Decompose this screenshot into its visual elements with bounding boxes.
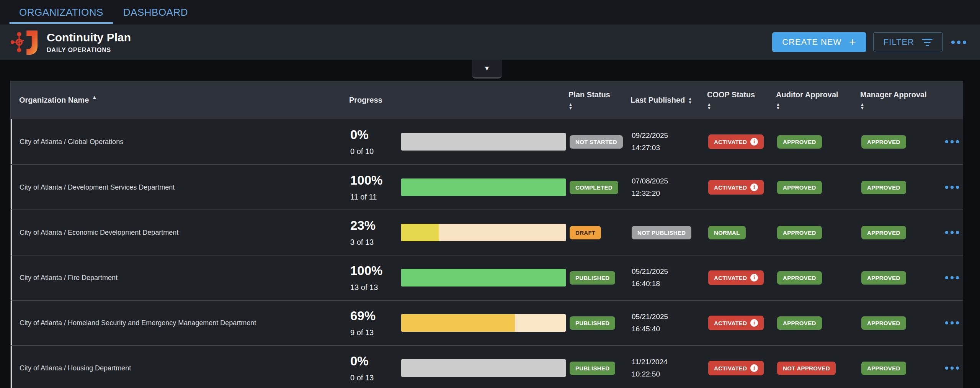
manager-approval-badge: APPROVED xyxy=(861,135,906,149)
row-actions-cell xyxy=(944,119,965,164)
progress-bar xyxy=(401,178,566,196)
manager-approval-cell: APPROVED xyxy=(861,346,944,388)
published-time: 14:27:03 xyxy=(632,144,660,152)
coop-status-cell: NORMAL xyxy=(708,210,777,255)
progress-text: 0% 0 of 13 xyxy=(350,346,401,388)
row-actions-button[interactable] xyxy=(944,228,960,237)
last-published-datetime: 05/21/2025 16:45:40 xyxy=(632,313,668,333)
filter-button[interactable]: FILTER xyxy=(873,32,943,52)
column-header-plan-status[interactable]: Plan Status ▲▼ xyxy=(568,81,630,119)
tab-dashboard[interactable]: DASHBOARD xyxy=(113,0,198,25)
auditor-approval-badge: APPROVED xyxy=(777,271,822,285)
manager-approval-cell: APPROVED xyxy=(861,301,944,345)
ellipsis-icon xyxy=(951,41,955,44)
header-more-button[interactable] xyxy=(950,38,968,47)
row-actions-button[interactable] xyxy=(944,183,960,192)
progress-bar-cell xyxy=(401,255,570,300)
organization-name: City of Atlanta / Homeland Security and … xyxy=(12,301,350,345)
tab-organizations[interactable]: ORGANIZATIONS xyxy=(9,0,113,25)
table-row[interactable]: City of Atlanta / Economic Development D… xyxy=(11,210,963,255)
column-header-coop-status[interactable]: COOP Status ▲▼ xyxy=(707,81,776,119)
last-published-cell: 11/21/2024 10:22:50 xyxy=(632,346,708,388)
table-row[interactable]: City of Atlanta / Fire Department 100% 1… xyxy=(11,255,963,300)
row-actions-button[interactable] xyxy=(944,363,960,373)
organizations-table: Organization Name ▲ Progress Plan Status… xyxy=(10,81,963,388)
auditor-approval-badge: APPROVED xyxy=(777,316,822,330)
row-actions-cell xyxy=(944,346,965,388)
header-actions: CREATE NEW + FILTER xyxy=(772,32,970,52)
filter-label: FILTER xyxy=(884,37,914,47)
progress-bar-cell xyxy=(401,165,570,210)
ellipsis-icon xyxy=(945,276,948,279)
plan-status-cell: DRAFT xyxy=(570,210,632,255)
collapse-panel-button[interactable]: ▼ xyxy=(472,60,502,79)
coop-status-cell: ACTIVATEDi xyxy=(708,346,777,388)
sort-ascending-icon: ▲ xyxy=(92,94,97,100)
info-icon[interactable]: i xyxy=(750,364,758,372)
column-label: Plan Status xyxy=(568,90,610,99)
column-header-actions xyxy=(942,81,964,119)
progress-count: 3 of 13 xyxy=(350,238,374,247)
plan-status-cell: PUBLISHED xyxy=(570,255,632,300)
organization-name: City of Atlanta / Fire Department xyxy=(12,255,350,300)
table-row[interactable]: City of Atlanta / Development Services D… xyxy=(11,164,963,210)
organization-name: City of Atlanta / Development Services D… xyxy=(12,165,350,210)
last-published-datetime: 09/22/2025 14:27:03 xyxy=(632,131,668,152)
row-actions-button[interactable] xyxy=(944,137,960,146)
create-new-button[interactable]: CREATE NEW + xyxy=(772,32,866,52)
plan-status-cell: PUBLISHED xyxy=(570,301,632,345)
ellipsis-icon xyxy=(945,231,948,234)
auditor-approval-cell: APPROVED xyxy=(777,210,861,255)
content-area: ▼ Organization Name ▲ Progress Plan Stat… xyxy=(0,60,980,388)
column-label: Organization Name xyxy=(19,96,89,105)
last-published-cell: 09/22/2025 14:27:03 xyxy=(632,119,708,164)
plan-status-badge: PUBLISHED xyxy=(570,362,615,375)
page-title: Continuity Plan xyxy=(47,31,131,44)
manager-approval-badge: APPROVED xyxy=(861,362,906,375)
progress-percent: 0% xyxy=(350,128,369,142)
last-published-datetime: 11/21/2024 10:22:50 xyxy=(632,358,668,378)
progress-bar xyxy=(401,224,566,241)
ellipsis-icon xyxy=(945,321,948,324)
manager-approval-badge: APPROVED xyxy=(861,226,906,239)
info-icon[interactable]: i xyxy=(750,183,758,191)
published-date: 09/22/2025 xyxy=(632,131,668,140)
plan-status-cell: NOT STARTED xyxy=(570,119,632,164)
column-header-progress: Progress xyxy=(349,81,400,119)
progress-bar xyxy=(401,133,566,151)
sort-icon: ▲▼ xyxy=(860,102,864,110)
auditor-approval-badge: APPROVED xyxy=(777,226,822,239)
auditor-approval-cell: APPROVED xyxy=(777,165,861,210)
last-published-cell: NOT PUBLISHED xyxy=(632,210,708,255)
info-icon[interactable]: i xyxy=(750,274,758,282)
coop-status-cell: ACTIVATEDi xyxy=(708,301,777,345)
table-row[interactable]: City of Atlanta / Global Operations 0% 0… xyxy=(11,119,963,164)
plan-status-badge: DRAFT xyxy=(570,226,601,239)
column-header-last-published[interactable]: Last Published ▲▼ xyxy=(630,81,707,119)
manager-approval-cell: APPROVED xyxy=(861,210,944,255)
column-header-organization-name[interactable]: Organization Name ▲ xyxy=(11,81,349,119)
row-actions-button[interactable] xyxy=(944,318,960,327)
progress-bar xyxy=(401,359,566,377)
coop-status-badge: ACTIVATEDi xyxy=(708,134,764,149)
progress-bar-cell xyxy=(401,346,570,388)
coop-status-badge: ACTIVATEDi xyxy=(708,361,764,375)
app-logo-icon xyxy=(10,27,41,57)
auditor-approval-cell: APPROVED xyxy=(777,301,861,345)
published-time: 16:40:18 xyxy=(632,280,660,288)
progress-percent: 100% xyxy=(350,173,382,188)
table-row[interactable]: City of Atlanta / Homeland Security and … xyxy=(11,300,963,345)
table-body: City of Atlanta / Global Operations 0% 0… xyxy=(10,119,963,388)
info-icon[interactable]: i xyxy=(750,138,758,146)
column-label: Last Published xyxy=(630,96,685,105)
progress-bar xyxy=(401,269,566,286)
row-actions-button[interactable] xyxy=(944,273,960,282)
column-header-manager-approval[interactable]: Manager Approval ▲▼ xyxy=(860,81,942,119)
column-header-auditor-approval[interactable]: Auditor Approval ▲▼ xyxy=(776,81,860,119)
sort-icon: ▲▼ xyxy=(688,97,692,104)
info-icon[interactable]: i xyxy=(750,319,758,327)
table-header-row: Organization Name ▲ Progress Plan Status… xyxy=(10,81,963,119)
column-label: COOP Status xyxy=(707,90,755,99)
progress-percent: 69% xyxy=(350,309,376,323)
table-row[interactable]: City of Atlanta / Housing Department 0% … xyxy=(11,345,963,388)
